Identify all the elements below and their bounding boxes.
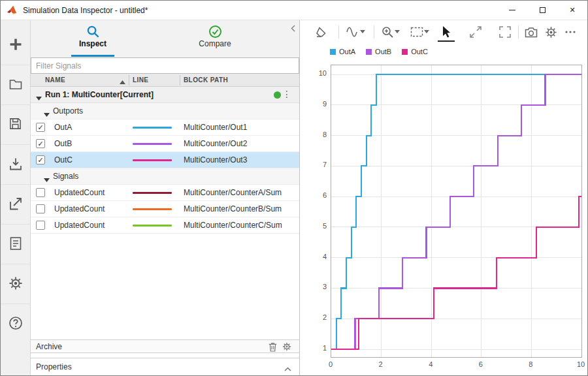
archive-bar[interactable]: Archive (31, 339, 299, 353)
y-tick-label: 3 (301, 283, 327, 290)
zoom-in-icon[interactable] (381, 25, 394, 39)
run-options-kebab-icon[interactable]: ⋮ (282, 89, 291, 99)
help-button[interactable] (1, 304, 30, 344)
y-tick-label: 9 (301, 100, 327, 108)
import-button[interactable] (1, 145, 30, 185)
archive-settings-gear-icon[interactable] (282, 342, 291, 353)
x-tick-label: 4 (423, 360, 438, 368)
collapse-panel-button[interactable] (291, 25, 295, 34)
signal-line-swatch (133, 192, 172, 194)
signal-block-path: MultiCounter/Out2 (184, 139, 247, 148)
run-label: Run 1: MultiCounter[Current] (45, 90, 154, 99)
properties-label: Properties (36, 362, 72, 371)
plot-area[interactable] (331, 65, 582, 358)
minimize-button[interactable] (497, 1, 527, 20)
group-row-outports[interactable]: Outports (31, 103, 299, 119)
add-button[interactable] (1, 25, 30, 65)
close-button[interactable]: ✕ (557, 1, 587, 20)
column-header-block-path[interactable]: BLOCK PATH (184, 76, 228, 84)
import-icon (8, 157, 23, 173)
y-tick-label: 6 (301, 191, 327, 199)
toolbar-divider (374, 25, 374, 39)
run-row[interactable]: Run 1: MultiCounter[Current] ⋮ (31, 87, 299, 103)
active-tab-underline (71, 55, 114, 57)
fit-to-view-icon[interactable] (498, 25, 512, 39)
tab-compare[interactable]: Compare (169, 25, 261, 48)
signal-line-swatch (133, 159, 172, 161)
window-title: Simulation Data Inspector - untitled* (23, 6, 148, 15)
signal-checkbox[interactable] (36, 204, 45, 213)
column-divider (180, 75, 180, 86)
signal-panel: Inspect Compare NAME LINE BLOCK PATH (31, 20, 300, 375)
export-button[interactable] (1, 185, 30, 225)
signal-checkbox[interactable] (36, 221, 45, 230)
signal-row-updatedcount-c[interactable]: UpdatedCount MultiCounter/CounterC/Sum (31, 217, 299, 234)
signal-checkbox[interactable]: ✓ (36, 123, 45, 132)
highlight-eraser-icon[interactable] (314, 25, 327, 39)
plus-icon (8, 37, 24, 54)
tab-inspect[interactable]: Inspect (47, 25, 139, 48)
signal-checkbox[interactable]: ✓ (36, 139, 45, 148)
legend-swatch (366, 49, 372, 55)
sort-ascending-icon (120, 78, 125, 86)
pointer-cursor-icon[interactable] (440, 25, 453, 39)
legend-item-outb[interactable]: OutB (366, 48, 391, 55)
chart-settings-gear-icon[interactable] (544, 25, 557, 39)
legend-item-outa[interactable]: OutA (330, 48, 355, 55)
chevron-down-icon[interactable] (424, 30, 429, 33)
signal-checkbox[interactable] (36, 188, 45, 197)
x-tick-label: 10 (573, 360, 588, 368)
collapse-triangle-icon[interactable] (44, 175, 50, 184)
legend-swatch (330, 49, 336, 55)
chart-panel: OutA OutB OutC 12345678910 0246810 (301, 20, 587, 375)
chevron-down-icon[interactable] (395, 30, 400, 33)
properties-bar[interactable]: Properties (31, 358, 299, 375)
create-report-button[interactable] (1, 225, 30, 264)
run-status-dot (274, 91, 281, 99)
camera-snapshot-icon[interactable] (525, 25, 538, 39)
legend-label: OutB (375, 48, 391, 55)
signal-row-outc[interactable]: ✓ OutC MultiCounter/Out3 (31, 152, 299, 168)
legend-swatch (402, 49, 408, 55)
legend-item-outc[interactable]: OutC (402, 48, 428, 55)
signal-row-updatedcount-b[interactable]: UpdatedCount MultiCounter/CounterB/Sum (31, 201, 299, 217)
signal-block-path: MultiCounter/Out3 (184, 155, 247, 164)
legend-label: OutC (411, 48, 428, 55)
signal-line-swatch (133, 225, 172, 227)
title-bar: Simulation Data Inspector - untitled* ✕ (1, 1, 587, 20)
signal-row-outa[interactable]: ✓ OutA MultiCounter/Out1 (31, 119, 299, 136)
signal-name: UpdatedCount (54, 221, 105, 230)
signal-checkbox[interactable]: ✓ (36, 155, 45, 164)
y-tick-label: 5 (301, 222, 327, 230)
filter-signals-input[interactable] (31, 57, 299, 74)
export-icon (8, 196, 23, 213)
help-icon (8, 316, 23, 332)
pan-diagonal-arrows-icon[interactable] (469, 25, 482, 39)
column-header-line[interactable]: LINE (133, 76, 148, 84)
save-button[interactable] (1, 105, 30, 145)
folder-icon (8, 77, 23, 93)
zoom-region-icon[interactable] (410, 25, 423, 39)
app-window: Simulation Data Inspector - untitled* ✕ (0, 0, 588, 376)
column-header-name[interactable]: NAME (45, 76, 65, 84)
x-tick-label: 8 (523, 360, 538, 368)
signal-row-updatedcount-a[interactable]: UpdatedCount MultiCounter/CounterA/Sum (31, 185, 299, 201)
group-row-signals[interactable]: Signals (31, 168, 299, 185)
toolbar-divider (518, 25, 519, 39)
maximize-button[interactable] (527, 1, 557, 20)
trash-icon[interactable] (269, 342, 277, 354)
signal-block-path: MultiCounter/CounterB/Sum (184, 204, 282, 213)
signal-wave-icon[interactable] (346, 25, 359, 39)
minimize-icon (509, 10, 515, 10)
signal-block-path: MultiCounter/CounterA/Sum (184, 188, 282, 197)
chevron-down-icon[interactable] (360, 30, 365, 33)
signal-row-outb[interactable]: ✓ OutB MultiCounter/Out2 (31, 136, 299, 152)
preferences-button[interactable] (1, 264, 30, 304)
collapse-triangle-icon[interactable] (36, 93, 42, 102)
more-options-icon[interactable] (564, 25, 577, 39)
open-button[interactable] (1, 65, 30, 105)
collapse-triangle-icon[interactable] (44, 110, 50, 119)
archive-label: Archive (36, 342, 62, 351)
tab-strip: Inspect Compare (31, 20, 299, 57)
chevron-up-icon[interactable] (284, 364, 291, 373)
